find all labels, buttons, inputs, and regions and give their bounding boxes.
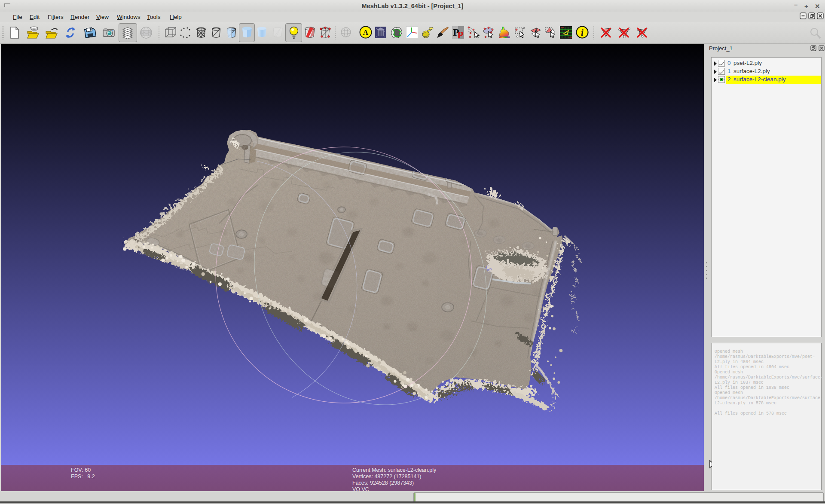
svg-text:P: P (457, 29, 464, 39)
svg-text:4.3M: 4.3M (568, 36, 572, 38)
svg-text:i: i (581, 27, 584, 38)
svg-text:A: A (363, 28, 369, 37)
